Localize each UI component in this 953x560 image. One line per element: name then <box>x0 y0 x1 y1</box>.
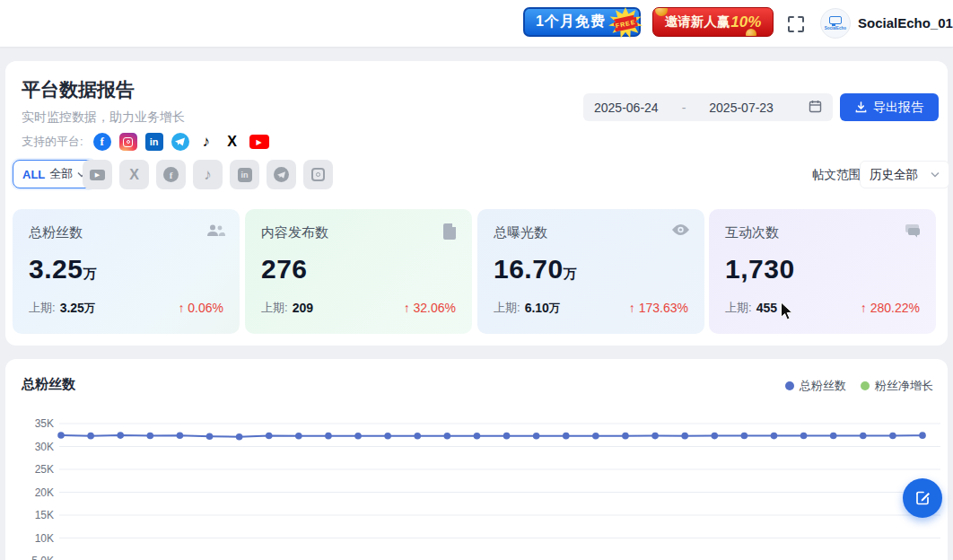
telegram-icon <box>171 133 189 151</box>
promo-invite-label: 邀请新人赢 <box>665 13 730 31</box>
users-icon <box>205 223 225 241</box>
legend-total-fans[interactable]: 总粉丝数 <box>785 378 846 394</box>
fans-line-chart[interactable]: 35K30K25K20K15K10K5.0K <box>13 399 946 560</box>
date-end: 2025-07-23 <box>709 101 774 115</box>
account-avatar[interactable]: SocialEcho <box>820 8 851 39</box>
edit-icon <box>914 489 931 507</box>
svg-text:5.0K: 5.0K <box>31 555 54 560</box>
svg-text:20K: 20K <box>35 486 54 499</box>
filter-telegram-button[interactable] <box>267 160 296 189</box>
legend-net-growth[interactable]: 粉丝净增长 <box>861 378 933 394</box>
supported-platforms-label: 支持的平台: <box>22 134 83 150</box>
page-subtitle: 实时监控数据，助力业务增长 <box>22 109 185 126</box>
svg-text:10K: 10K <box>35 532 54 545</box>
fullscreen-icon[interactable] <box>786 14 806 34</box>
legend-dot-icon <box>785 381 794 390</box>
post-scope-label: 帖文范围 <box>812 167 861 183</box>
fans-chart-panel: 总粉丝数 总粉丝数 粉丝净增长 35K30K25K20K15K10K5.0K <box>5 359 948 560</box>
promo-free-month-badge[interactable]: 1个月免费 FREE <box>523 7 641 37</box>
change-badge: ↑ 32.06% <box>404 301 456 315</box>
coin-icon <box>746 29 756 37</box>
document-icon <box>443 223 458 243</box>
filter-x-button[interactable]: X <box>119 160 149 189</box>
x-icon: X <box>129 167 139 183</box>
legend-dot-icon <box>861 381 870 390</box>
promo-invite-badge[interactable]: 邀请新人赢 10% <box>652 7 774 37</box>
change-badge: ↑ 0.06% <box>178 301 223 315</box>
stat-card-exposure[interactable]: 总曝光数 16.70万 上期:6.10万 ↑ 173.63% <box>477 209 704 334</box>
instagram-icon <box>311 168 325 181</box>
supported-platforms-row: 支持的平台: f in ♪ X ▶ <box>22 133 269 151</box>
date-start: 2025-06-24 <box>594 101 659 115</box>
change-badge: ↑ 280.22% <box>861 301 920 315</box>
linkedin-icon: in <box>145 133 163 151</box>
page-title: 平台数据报告 <box>22 77 135 102</box>
facebook-icon: f <box>163 167 179 182</box>
linkedin-icon: in <box>238 168 252 182</box>
download-icon <box>855 101 867 113</box>
calendar-icon <box>809 100 822 116</box>
socialecho-logo-icon <box>829 16 842 24</box>
eye-icon <box>671 223 690 240</box>
telegram-icon <box>274 167 289 182</box>
facebook-icon: f <box>93 133 111 151</box>
stat-card-interactions[interactable]: 互动次数 1,730 上期:455 ↑ 280.22% <box>709 209 936 334</box>
post-scope-dropdown[interactable]: 历史全部 <box>860 161 949 188</box>
account-name[interactable]: SocialEcho_01 <box>858 15 953 31</box>
svg-text:30K: 30K <box>35 441 54 453</box>
report-panel: 平台数据报告 实时监控数据，助力业务增长 支持的平台: f in ♪ X ▶ 2… <box>5 61 948 346</box>
instagram-icon <box>119 133 137 151</box>
export-report-button[interactable]: 导出报告 <box>840 93 939 121</box>
free-burst-icon: FREE <box>608 7 643 39</box>
platform-filter-row: ALL 全部 ▶ X f ♪ in 帖文范围 历史全部 <box>5 160 948 190</box>
x-icon: X <box>223 133 241 151</box>
filter-facebook-button[interactable]: f <box>156 160 186 189</box>
filter-linkedin-button[interactable]: in <box>230 160 259 189</box>
change-badge: ↑ 173.63% <box>629 301 688 315</box>
youtube-icon: ▶ <box>90 170 105 180</box>
stat-card-posts[interactable]: 内容发布数 276 上期:209 ↑ 32.06% <box>245 209 472 334</box>
date-separator: - <box>682 101 686 115</box>
filter-tiktok-button[interactable]: ♪ <box>193 160 223 189</box>
feedback-edit-button[interactable] <box>903 478 942 518</box>
chart-legend: 总粉丝数 粉丝净增长 <box>785 378 933 394</box>
stat-card-total-fans[interactable]: 总粉丝数 3.25万 上期:3.25万 ↑ 0.06% <box>13 209 240 334</box>
date-range-picker[interactable]: 2025-06-24 - 2025-07-23 <box>583 93 833 121</box>
tiktok-icon: ♪ <box>204 166 212 184</box>
filter-youtube-button[interactable]: ▶ <box>83 160 112 189</box>
svg-text:25K: 25K <box>35 463 54 476</box>
promo-invite-percent: 10% <box>730 13 761 31</box>
svg-text:15K: 15K <box>35 509 54 521</box>
youtube-icon: ▶ <box>249 135 269 149</box>
filter-instagram-button[interactable] <box>303 160 333 189</box>
tiktok-icon: ♪ <box>197 133 215 151</box>
chevron-down-icon <box>931 171 940 178</box>
svg-text:35K: 35K <box>35 417 54 430</box>
top-bar: 1个月免费 FREE 邀请新人赢 10% SocialEcho SocialEc… <box>0 0 953 47</box>
promo-free-month-label: 1个月免费 <box>536 13 606 31</box>
chat-icon <box>904 223 922 242</box>
chart-title: 总粉丝数 <box>22 376 75 393</box>
